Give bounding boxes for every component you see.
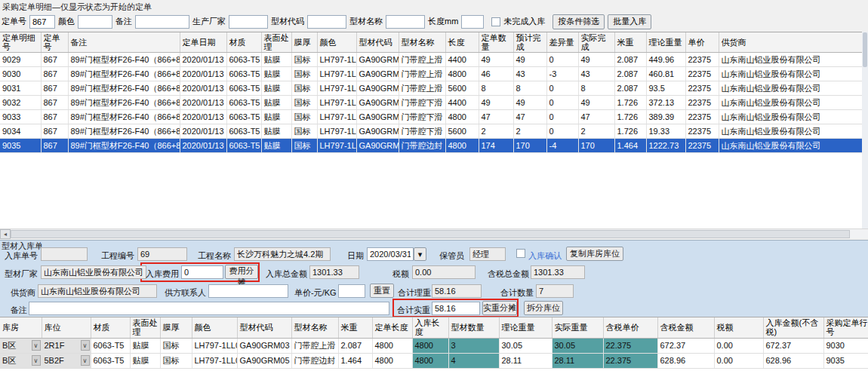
reset-button[interactable]: 重置 bbox=[370, 284, 394, 298]
column-header[interactable]: 理论重量 bbox=[646, 32, 685, 53]
fee-allocate-button[interactable]: 费用分摊 bbox=[225, 265, 258, 279]
column-header[interactable]: 实际完成 bbox=[578, 32, 614, 53]
filter-input-length[interactable] bbox=[461, 15, 484, 29]
cell: 4 bbox=[448, 353, 499, 368]
column-header[interactable]: 膜厚 bbox=[291, 32, 317, 53]
tax-field[interactable] bbox=[412, 265, 476, 279]
column-header[interactable]: 表面处理 bbox=[261, 32, 291, 53]
cell: B区∨ bbox=[0, 353, 42, 368]
column-header[interactable]: 表面处理 bbox=[130, 317, 160, 338]
column-header[interactable]: 定单长度 bbox=[372, 317, 412, 338]
column-header[interactable]: 库位 bbox=[42, 317, 91, 338]
table-row[interactable]: B区∨2R1F∨6063-T5贴膜国标LH797-1LL0GA90GRM03门带… bbox=[0, 338, 868, 353]
cell: 5600 bbox=[445, 124, 479, 139]
inbound-total-field[interactable] bbox=[309, 265, 359, 279]
keeper-field[interactable] bbox=[469, 247, 506, 261]
calendar-dropdown-button[interactable]: ▾ bbox=[414, 247, 426, 261]
column-header[interactable]: 备注 bbox=[68, 32, 180, 53]
cell: 4400 bbox=[445, 53, 479, 67]
column-header[interactable]: 型材名称 bbox=[291, 317, 338, 338]
column-header[interactable]: 含税单价 bbox=[603, 317, 657, 338]
filter-input-maker[interactable] bbox=[229, 15, 268, 29]
supplier-field[interactable] bbox=[38, 284, 157, 298]
column-header[interactable]: 长度 bbox=[445, 32, 479, 53]
table-row[interactable]: 903486789#门框型材F26-F40（866+867）2020/01/13… bbox=[0, 124, 862, 139]
column-header[interactable]: 税额 bbox=[714, 317, 763, 338]
column-header[interactable]: 颜色 bbox=[192, 317, 237, 338]
table-row[interactable]: 903086789#门框型材F26-F40（866+867）2020/01/13… bbox=[0, 67, 862, 81]
receipt-no-field[interactable] bbox=[41, 247, 88, 261]
column-header[interactable]: 库房 bbox=[0, 317, 42, 338]
column-header[interactable]: 差异量 bbox=[546, 32, 578, 53]
cell: 山东南山铝业股份有限公司 bbox=[719, 139, 862, 153]
column-header[interactable]: 颜色 bbox=[317, 32, 356, 53]
column-header[interactable]: 米重 bbox=[338, 317, 372, 338]
theoretical-total-field[interactable] bbox=[432, 284, 482, 298]
cell: 2020/01/13 bbox=[180, 53, 226, 67]
project-name-field[interactable] bbox=[234, 247, 331, 261]
filter-input-color[interactable] bbox=[78, 15, 112, 29]
copy-warehouse-button[interactable]: 复制库房库位 bbox=[566, 247, 623, 261]
table-row[interactable]: 903586789#门框型材F26-F40（866+867）2020/01/13… bbox=[0, 139, 862, 153]
filter-by-condition-button[interactable]: 按条件筛选 bbox=[553, 14, 605, 29]
cell-text: B区 bbox=[2, 356, 16, 365]
filter-input-order-no[interactable] bbox=[29, 15, 55, 29]
column-header[interactable]: 采购定单行号 bbox=[823, 317, 868, 338]
dropdown-arrow-icon[interactable]: ∨ bbox=[81, 355, 90, 366]
cell: 4800 bbox=[445, 67, 479, 81]
column-header[interactable]: 单价 bbox=[685, 32, 719, 53]
filter-input-name[interactable] bbox=[386, 15, 425, 29]
filter-input-remark[interactable] bbox=[135, 15, 189, 29]
column-header[interactable]: 定单明细号 bbox=[0, 32, 41, 53]
actual-total-field[interactable] bbox=[432, 302, 480, 315]
column-header[interactable]: 型材代码 bbox=[356, 32, 399, 53]
dropdown-arrow-icon[interactable]: ∨ bbox=[32, 340, 41, 351]
fee-field[interactable] bbox=[181, 265, 223, 279]
column-header[interactable]: 实际重量 bbox=[552, 317, 603, 338]
cell: 2.087 bbox=[614, 53, 646, 67]
column-header[interactable]: 膜厚 bbox=[160, 317, 192, 338]
actual-allocate-button[interactable]: 实重分摊 bbox=[482, 301, 517, 315]
column-header[interactable]: 定单日期 bbox=[180, 32, 226, 53]
inbound-confirm-checkbox[interactable] bbox=[516, 249, 525, 258]
column-header[interactable]: 理论重量 bbox=[499, 317, 552, 338]
column-header[interactable]: 含税金额 bbox=[657, 317, 714, 338]
column-header[interactable]: 材质 bbox=[91, 317, 130, 338]
table-row[interactable]: 903386789#门框型材F26-F40（866+867）2020/01/13… bbox=[0, 110, 862, 124]
cell: 国标 bbox=[291, 124, 317, 139]
column-header[interactable]: 型材名称 bbox=[399, 32, 445, 53]
profile-maker-field[interactable] bbox=[41, 265, 146, 279]
table-row[interactable]: 902986789#门框型材F26-F40（866+867）2020/01/13… bbox=[0, 53, 862, 67]
column-header[interactable]: 型材代码 bbox=[237, 317, 291, 338]
column-header[interactable]: 供货商 bbox=[719, 32, 862, 53]
horizontal-scrollbar-thumb[interactable] bbox=[11, 230, 850, 238]
column-header[interactable]: 入库长度 bbox=[412, 317, 448, 338]
vertical-scrollbar-thumb[interactable] bbox=[863, 32, 867, 67]
dropdown-arrow-icon[interactable]: ∨ bbox=[32, 355, 41, 366]
remark-field[interactable] bbox=[29, 302, 389, 315]
contact-field[interactable] bbox=[208, 284, 288, 298]
date-field[interactable] bbox=[367, 247, 414, 261]
filter-input-code[interactable] bbox=[307, 15, 346, 29]
column-header[interactable]: 定单数量 bbox=[479, 32, 513, 53]
vertical-scrollbar[interactable] bbox=[862, 32, 868, 228]
table-row[interactable]: B区∨5B2F∨6063-T5贴膜国标LH797-1LL0GA90GRM05门带… bbox=[0, 353, 868, 368]
split-location-button[interactable]: 拆分库位 bbox=[524, 301, 563, 315]
batch-inbound-button[interactable]: 批量入库 bbox=[608, 14, 651, 29]
horizontal-scrollbar[interactable]: ◂ bbox=[0, 228, 868, 238]
scroll-left-icon[interactable]: ◂ bbox=[0, 229, 11, 239]
column-header[interactable]: 材质 bbox=[226, 32, 261, 53]
total-with-tax-field[interactable] bbox=[531, 265, 585, 279]
column-header[interactable]: 定单号 bbox=[41, 32, 68, 53]
unit-price-field[interactable] bbox=[338, 284, 365, 298]
column-header[interactable]: 预计完成 bbox=[513, 32, 546, 53]
table-row[interactable]: 903286789#门框型材F26-F40（866+867）2020/01/13… bbox=[0, 96, 862, 110]
project-no-field[interactable] bbox=[137, 247, 187, 261]
total-qty-field[interactable] bbox=[536, 284, 574, 298]
column-header[interactable]: 米重 bbox=[614, 32, 646, 53]
table-row[interactable]: 903186789#门框型材F26-F40（866+867）2020/01/13… bbox=[0, 81, 862, 96]
column-header[interactable]: 入库金额(不含税) bbox=[763, 317, 823, 338]
dropdown-arrow-icon[interactable]: ∨ bbox=[81, 340, 90, 351]
unfinished-checkbox[interactable] bbox=[491, 17, 500, 26]
column-header[interactable]: 型材数量 bbox=[448, 317, 499, 338]
